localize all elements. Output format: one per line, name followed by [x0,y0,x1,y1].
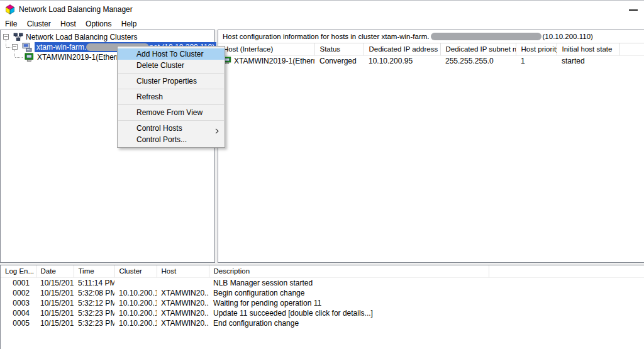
menu-bar: File Cluster Host Options Help [0,18,644,30]
menu-item-remove-from-view[interactable]: Remove From View [118,107,225,118]
cell-filler [619,55,644,66]
host-config-header: Host configuration information for hosts… [218,30,644,43]
menu-item-control-hosts[interactable]: Control Hosts [118,123,225,134]
tree-root-label: Network Load Balancing Clusters [26,32,137,42]
cell-date: 10/15/2019 [36,288,74,298]
menu-cluster[interactable]: Cluster [23,18,55,30]
log-row[interactable]: 0002 10/15/2019 5:32:08 PM 10.10.200.1..… [1,288,644,298]
cell-date: 10/15/2019 [36,277,74,288]
cell-filler [489,298,644,308]
menu-item-refresh[interactable]: Refresh [118,91,225,102]
cell-initial-host-state: started [557,55,619,66]
cell-host: XTAMWIN20... [157,318,209,328]
column-header-time[interactable]: Time [74,265,114,277]
event-log-panel: Log En... Date Time Cluster Host Descrip… [0,265,644,349]
menu-item-label: Control Hosts [136,124,182,133]
cell-dedicated-ip: 10.10.200.95 [364,55,440,66]
hosts-table: Host (Interface) Status Dedicated IP add… [218,43,644,66]
cell-cluster [114,277,157,288]
cell-host: XTAMWIN20... [157,308,209,318]
cell-log-entry: 0005 [1,318,36,328]
log-row[interactable]: 0001 10/15/2019 5:11:14 PM NLB Manager s… [1,277,644,288]
cell-description: Update 11 succeeded [double click for de… [209,308,489,318]
host-config-header-prefix: Host configuration information for hosts… [223,33,430,40]
redaction-blob [431,33,541,40]
hosts-table-header-row: Host (Interface) Status Dedicated IP add… [218,43,644,55]
cell-host-priority: 1 [516,55,557,66]
cell-time: 5:32:12 PM [74,298,114,308]
log-row[interactable]: 0003 10/15/2019 5:32:12 PM 10.10.200.1..… [1,298,644,308]
host-configuration-panel: Host configuration information for hosts… [218,30,644,263]
column-header-date[interactable]: Date [36,265,74,277]
cell-host: XTAMWIN20... [157,298,209,308]
menu-options[interactable]: Options [82,18,115,30]
menu-item-add-host-to-cluster[interactable]: Add Host To Cluster [118,48,225,60]
host-computer-icon [25,53,35,63]
column-header-cluster[interactable]: Cluster [114,265,157,277]
context-menu: Add Host To Cluster Delete Cluster Clust… [117,46,225,148]
cell-time: 5:11:14 PM [74,277,114,288]
menu-separator [118,104,224,105]
cell-log-entry: 0001 [1,277,36,288]
menu-separator [118,120,224,121]
nlb-manager-window: Network Load Balancing Manager File Clus… [0,0,644,349]
cell-filler [489,288,644,298]
column-header-dedicated-ip[interactable]: Dedicated IP address [364,43,440,55]
cell-subnet-mask: 255.255.255.0 [440,55,516,66]
cell-cluster: 10.10.200.1... [114,318,157,328]
column-header-status[interactable]: Status [314,43,364,55]
cell-description: NLB Manager session started [209,277,489,288]
column-header-initial-host-state[interactable]: Initial host state [557,43,619,55]
log-row[interactable]: 0004 10/15/2019 5:32:23 PM 10.10.200.1..… [1,308,644,318]
log-table-header-row: Log En... Date Time Cluster Host Descrip… [1,265,644,277]
tree-expander[interactable] [3,34,9,40]
cell-filler [489,318,644,328]
tree-node-root[interactable]: Network Load Balancing Clusters [1,32,214,42]
column-header-host-priority[interactable]: Host priority [516,43,557,55]
menu-item-delete-cluster[interactable]: Delete Cluster [118,60,225,71]
menu-help[interactable]: Help [118,18,141,30]
cell-description: Waiting for pending operation 11 [209,298,489,308]
title-bar[interactable]: Network Load Balancing Manager [0,1,644,18]
cell-cluster: 10.10.200.1... [114,288,157,298]
cluster-computer-icon [22,42,32,52]
column-header-description[interactable]: Description [209,265,489,277]
column-header-filler [489,265,644,277]
cell-host [157,277,209,288]
cell-log-entry: 0003 [1,298,36,308]
column-header-host[interactable]: Host [157,265,209,277]
minimize-button[interactable] [625,1,641,18]
menu-file[interactable]: File [1,18,21,30]
menu-separator [118,73,224,74]
menu-host[interactable]: Host [57,18,80,30]
cell-host: XTAMWIN20... [157,288,209,298]
menu-item-cluster-properties[interactable]: Cluster Properties [118,75,225,87]
cell-time: 5:32:23 PM [74,318,114,328]
cluster-tree-panel: Network Load Balancing Clusters xtam-win… [0,30,215,263]
cell-date: 10/15/2019 [36,308,74,318]
cell-cluster: 10.10.200.1... [114,308,157,318]
cell-date: 10/15/2019 [36,298,74,308]
cell-filler [489,277,644,288]
column-header-subnet-mask[interactable]: Dedicated IP subnet mask [440,43,516,55]
host-table-row[interactable]: XTAMWIN2019-1(Ethernet) Converged 10.10.… [218,55,644,66]
column-header-log-entry[interactable]: Log En... [1,265,36,277]
minimize-icon [629,9,638,11]
cell-description: End configuration change [209,318,489,328]
window-title: Network Load Balancing Manager [19,5,133,14]
log-row[interactable]: 0005 10/15/2019 5:32:23 PM 10.10.200.1..… [1,318,644,328]
host-config-header-suffix: (10.10.200.110) [543,33,593,40]
cell-log-entry: 0004 [1,308,36,318]
cell-status: Converged [314,55,364,66]
cluster-name-prefix: xtam-win-farm. [36,43,86,52]
column-header-host-interface[interactable]: Host (Interface) [218,43,314,55]
menu-item-control-ports[interactable]: Control Ports... [118,134,225,145]
cell-cluster: 10.10.200.1... [114,298,157,308]
host-name: XTAMWIN2019-1(Ethernet) [234,57,314,65]
cell-date: 10/15/2019 [36,318,74,328]
menu-separator [118,89,224,89]
tree-expander[interactable] [12,44,18,50]
cell-time: 5:32:08 PM [74,288,114,298]
client-area: Network Load Balancing Clusters xtam-win… [0,30,644,349]
cell-host-interface: XTAMWIN2019-1(Ethernet) [218,55,314,66]
